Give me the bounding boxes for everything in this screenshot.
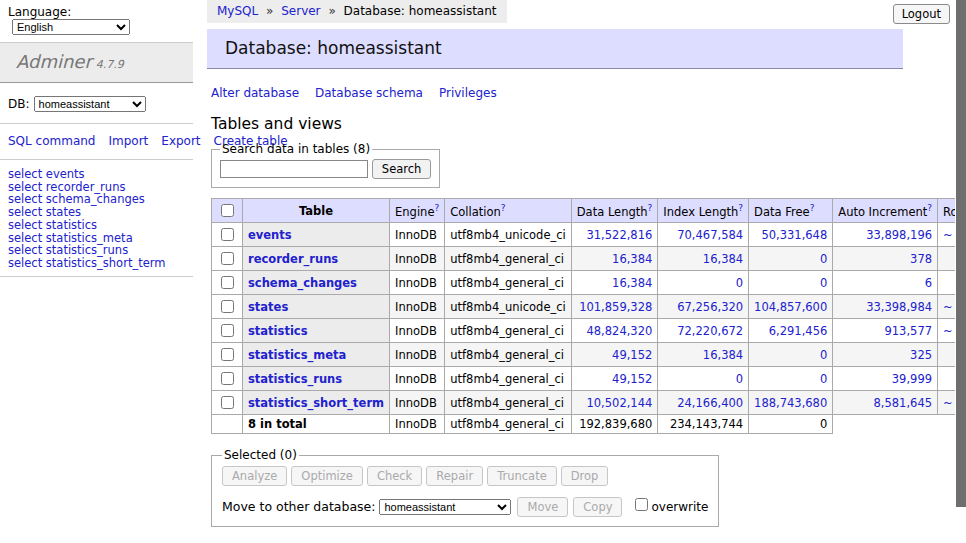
collation-cell: utf8mb4_general_ci bbox=[445, 247, 572, 271]
logout-button[interactable]: Logout bbox=[893, 4, 950, 24]
column-help-link[interactable]: ? bbox=[810, 203, 815, 213]
table-name-link-states[interactable]: states bbox=[248, 300, 288, 314]
row-checkbox[interactable] bbox=[221, 228, 234, 241]
table-name-link-schema_changes[interactable]: schema_changes bbox=[248, 276, 357, 290]
column-help-link[interactable]: ? bbox=[501, 203, 506, 213]
auto-increment-cell: 8,581,645 bbox=[833, 391, 938, 415]
auto-increment-link[interactable]: 33,898,196 bbox=[866, 228, 932, 242]
row-checkbox[interactable] bbox=[221, 324, 234, 337]
row-checkbox[interactable] bbox=[221, 300, 234, 313]
breadcrumb-mysql-link[interactable]: MySQL bbox=[217, 4, 258, 18]
alter-database-link[interactable]: Alter database bbox=[211, 86, 299, 100]
column-help-link[interactable]: ? bbox=[927, 203, 932, 213]
index-length-link[interactable]: 72,220,672 bbox=[677, 324, 743, 338]
sidebar-link-import[interactable]: Import bbox=[108, 134, 148, 148]
table-name-link-events[interactable]: events bbox=[248, 228, 292, 242]
table-name-link-statistics_short_term[interactable]: statistics_short_term bbox=[248, 396, 384, 410]
auto-increment-link[interactable]: 33,398,984 bbox=[866, 300, 932, 314]
move-db-select[interactable]: homeassistant bbox=[379, 499, 511, 515]
check-button[interactable]: Check bbox=[367, 466, 422, 486]
select-all-checkbox[interactable] bbox=[221, 204, 234, 217]
drop-button[interactable]: Drop bbox=[561, 466, 609, 486]
database-schema-link[interactable]: Database schema bbox=[315, 86, 423, 100]
vertical-scrollbar[interactable] bbox=[955, 0, 966, 543]
data-length-link[interactable]: 48,824,320 bbox=[586, 324, 652, 338]
index-length-link[interactable]: 16,384 bbox=[703, 348, 743, 362]
auto-increment-link[interactable]: 8,581,645 bbox=[874, 396, 933, 410]
auto-increment-link[interactable]: 6 bbox=[925, 276, 932, 290]
data-free-link[interactable]: 0 bbox=[820, 252, 827, 266]
sidebar-link-export[interactable]: Export bbox=[161, 134, 200, 148]
index-length-link[interactable]: 16,384 bbox=[703, 252, 743, 266]
sidebar-select-link[interactable]: select bbox=[8, 256, 42, 270]
data-length-link[interactable]: 31,522,816 bbox=[586, 228, 652, 242]
table-name-cell: statistics_runs bbox=[243, 367, 390, 391]
auto-increment-link[interactable]: 325 bbox=[910, 348, 932, 362]
analyze-button[interactable]: Analyze bbox=[222, 466, 287, 486]
data-free-link[interactable]: 50,331,648 bbox=[761, 228, 827, 242]
data-length-link[interactable]: 101,859,328 bbox=[579, 300, 652, 314]
data-free-link[interactable]: 188,743,680 bbox=[754, 396, 827, 410]
row-checkbox-cell bbox=[212, 343, 243, 367]
index-length-cell: 67,256,320 bbox=[658, 295, 749, 319]
table-row-statistics: statisticsInnoDButf8mb4_general_ci48,824… bbox=[212, 319, 966, 343]
db-select[interactable]: homeassistant bbox=[34, 96, 146, 112]
row-checkbox[interactable] bbox=[221, 348, 234, 361]
table-name-link-recorder_runs[interactable]: recorder_runs bbox=[248, 252, 338, 266]
language-row: Language:English bbox=[0, 0, 193, 42]
sidebar-table-line: select statistics_short_term bbox=[8, 257, 185, 270]
column-help-link[interactable]: ? bbox=[738, 203, 743, 213]
data-free-link[interactable]: 0 bbox=[820, 348, 827, 362]
index-length-link[interactable]: 0 bbox=[736, 276, 743, 290]
data-free-link[interactable]: 0 bbox=[820, 372, 827, 386]
data-length-link[interactable]: 10,502,144 bbox=[586, 396, 652, 410]
data-length-link[interactable]: 49,152 bbox=[612, 348, 652, 362]
row-checkbox[interactable] bbox=[221, 276, 234, 289]
overwrite-label: overwrite bbox=[651, 500, 708, 514]
move-button[interactable]: Move bbox=[517, 497, 568, 517]
auto-increment-link[interactable]: 39,999 bbox=[892, 372, 932, 386]
overwrite-checkbox[interactable] bbox=[635, 498, 648, 511]
index-length-link[interactable]: 67,256,320 bbox=[677, 300, 743, 314]
scrollbar-thumb[interactable] bbox=[956, 0, 966, 507]
index-length-link[interactable]: 24,166,400 bbox=[677, 396, 743, 410]
row-checkbox[interactable] bbox=[221, 372, 234, 385]
search-button[interactable]: Search bbox=[372, 159, 432, 179]
totals-data-free-cell: 0 bbox=[749, 415, 833, 434]
totals-label-cell: 8 in total bbox=[243, 415, 390, 434]
row-checkbox[interactable] bbox=[221, 396, 234, 409]
table-name-link-statistics[interactable]: statistics bbox=[248, 324, 308, 338]
column-help-link[interactable]: ? bbox=[648, 203, 653, 213]
row-checkbox[interactable] bbox=[221, 252, 234, 265]
index-length-link[interactable]: 70,467,584 bbox=[677, 228, 743, 242]
optimize-button[interactable]: Optimize bbox=[291, 466, 363, 486]
data-length-link[interactable]: 16,384 bbox=[612, 276, 652, 290]
search-fieldset: Search data in tables (8) Search bbox=[211, 142, 440, 188]
search-input[interactable] bbox=[220, 160, 368, 178]
data-free-link[interactable]: 0 bbox=[820, 276, 827, 290]
data-length-link[interactable]: 16,384 bbox=[612, 252, 652, 266]
data-length-link[interactable]: 49,152 bbox=[612, 372, 652, 386]
data-free-link[interactable]: 104,857,600 bbox=[754, 300, 827, 314]
language-select[interactable]: English bbox=[12, 19, 130, 35]
sidebar-table-link-statistics_short_term[interactable]: statistics_short_term bbox=[46, 256, 166, 270]
table-name-link-statistics_meta[interactable]: statistics_meta bbox=[248, 348, 346, 362]
privileges-link[interactable]: Privileges bbox=[439, 86, 497, 100]
adminer-brand-link[interactable]: Adminer bbox=[16, 51, 92, 72]
breadcrumb-server-link[interactable]: Server bbox=[281, 4, 320, 18]
data-length-cell: 49,152 bbox=[571, 367, 658, 391]
engine-cell: InnoDB bbox=[390, 391, 445, 415]
column-help-link[interactable]: ? bbox=[434, 203, 439, 213]
row-checkbox-cell bbox=[212, 223, 243, 247]
auto-increment-link[interactable]: 378 bbox=[910, 252, 932, 266]
data-length-cell: 31,522,816 bbox=[571, 223, 658, 247]
copy-button[interactable]: Copy bbox=[573, 497, 622, 517]
sidebar-link-sql-command[interactable]: SQL command bbox=[8, 134, 95, 148]
table-name-link-statistics_runs[interactable]: statistics_runs bbox=[248, 372, 342, 386]
data-free-link[interactable]: 6,291,456 bbox=[769, 324, 828, 338]
auto-increment-link[interactable]: 913,577 bbox=[884, 324, 932, 338]
repair-button[interactable]: Repair bbox=[426, 466, 483, 486]
column-header-table: Table bbox=[243, 199, 390, 223]
index-length-link[interactable]: 0 bbox=[736, 372, 743, 386]
truncate-button[interactable]: Truncate bbox=[487, 466, 557, 486]
